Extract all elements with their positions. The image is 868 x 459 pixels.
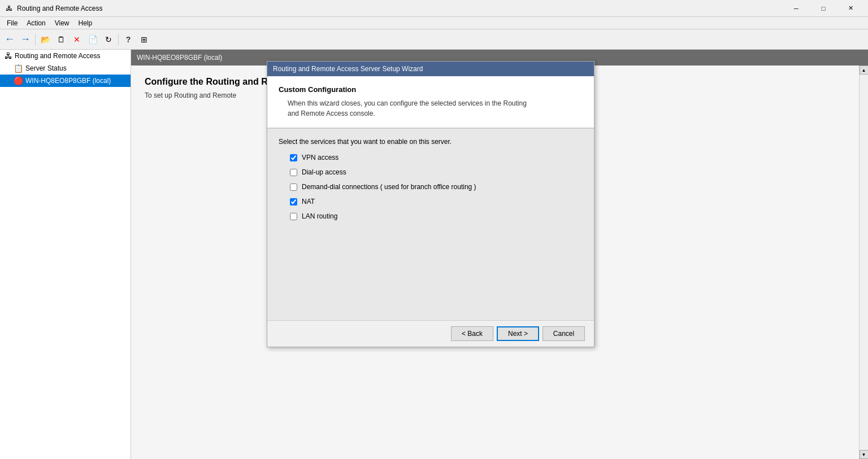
sidebar-item-win-server[interactable]: 🔴 WIN-HQ8EO8P8GBF (local) (0, 75, 131, 87)
service-item-vpn: VPN access (279, 154, 583, 161)
dialup-access-label[interactable]: Dial-up access (302, 168, 346, 176)
server-status-icon: 📋 (14, 64, 23, 73)
toolbar-separator-1 (35, 34, 36, 45)
menu-action[interactable]: Action (22, 18, 50, 28)
wizard-overlay: Routing and Remote Access Server Setup W… (131, 50, 868, 459)
back-button[interactable]: ← (2, 32, 17, 47)
maximize-button[interactable]: □ (810, 0, 836, 17)
toolbar: ← → 📂 🗒 ✕ 📄 ↻ ? ⊞ (0, 29, 868, 50)
help-button[interactable]: ? (121, 32, 136, 47)
services-section: Select the services that you want to ena… (267, 128, 594, 320)
service-item-dialup: Dial-up access (279, 168, 583, 176)
vpn-access-checkbox[interactable] (290, 154, 297, 161)
scroll-up-arrow[interactable]: ▲ (860, 65, 869, 75)
right-scrollbar: ▲ ▼ (859, 65, 868, 459)
delete-button[interactable]: ✕ (70, 32, 84, 47)
sidebar-item-server-status[interactable]: 📋 Server Status (0, 62, 131, 75)
scroll-track (860, 75, 868, 450)
wizard-section-heading: Custom Configuration (279, 85, 583, 94)
title-bar: 🖧 Routing and Remote Access ─ □ ✕ (0, 0, 868, 17)
save-button[interactable]: 🗒 (54, 32, 68, 47)
routing-icon: 🖧 (5, 51, 12, 60)
wizard-content: Custom Configuration When this wizard cl… (267, 76, 594, 128)
forward-button[interactable]: → (18, 32, 33, 47)
demand-dial-label[interactable]: Demand-dial connections ( used for branc… (302, 183, 476, 191)
back-button[interactable]: < Back (451, 326, 493, 341)
menu-help[interactable]: Help (74, 18, 97, 28)
services-label: Select the services that you want to ena… (279, 138, 583, 146)
scroll-down-arrow[interactable]: ▼ (860, 450, 869, 459)
menu-bar: File Action View Help (0, 17, 868, 29)
wizard-footer: < Back Next > Cancel (267, 320, 594, 347)
document-button[interactable]: 📄 (85, 32, 100, 47)
sidebar: 🖧 Routing and Remote Access 📋 Server Sta… (0, 50, 131, 459)
sidebar-item-routing-label: Routing and Remote Access (15, 52, 100, 60)
dialup-access-checkbox[interactable] (290, 169, 297, 176)
main-layout: 🖧 Routing and Remote Access 📋 Server Sta… (0, 50, 868, 459)
sidebar-item-server-status-label: Server Status (25, 64, 67, 72)
window-controls: ─ □ ✕ (783, 0, 863, 17)
service-item-nat: NAT (279, 198, 583, 206)
cancel-button[interactable]: Cancel (542, 326, 585, 341)
wizard-section-description: When this wizard closes, you can configu… (279, 98, 583, 119)
content-area: WIN-HQ8EO8P8GBF (local) Configure the Ro… (131, 50, 868, 459)
nat-checkbox[interactable] (290, 198, 297, 206)
menu-view[interactable]: View (50, 18, 74, 28)
lan-routing-label[interactable]: LAN routing (302, 212, 337, 220)
demand-dial-checkbox[interactable] (290, 183, 297, 191)
minimize-button[interactable]: ─ (783, 0, 809, 17)
vpn-access-label[interactable]: VPN access (302, 154, 338, 161)
wizard-title-bar: Routing and Remote Access Server Setup W… (267, 62, 594, 76)
service-item-lan-routing: LAN routing (279, 212, 583, 220)
next-button[interactable]: Next > (497, 326, 539, 341)
folder-button[interactable]: 📂 (38, 32, 53, 47)
wizard-dialog: Routing and Remote Access Server Setup W… (267, 61, 594, 347)
toolbar-separator-2 (118, 34, 119, 45)
wizard-title-text: Routing and Remote Access Server Setup W… (273, 65, 423, 73)
nat-label[interactable]: NAT (302, 198, 315, 206)
close-button[interactable]: ✕ (837, 0, 863, 17)
export-button[interactable]: ⊞ (137, 32, 151, 47)
service-item-demand-dial: Demand-dial connections ( used for branc… (279, 183, 583, 191)
refresh-button[interactable]: ↻ (101, 32, 116, 47)
win-server-icon: 🔴 (14, 76, 23, 85)
lan-routing-checkbox[interactable] (290, 213, 297, 220)
sidebar-item-routing-root[interactable]: 🖧 Routing and Remote Access (0, 50, 131, 62)
sidebar-item-win-server-label: WIN-HQ8EO8P8GBF (local) (25, 77, 111, 85)
app-icon: 🖧 (5, 4, 14, 13)
menu-file[interactable]: File (2, 18, 22, 28)
app-title: Routing and Remote Access (17, 5, 783, 12)
